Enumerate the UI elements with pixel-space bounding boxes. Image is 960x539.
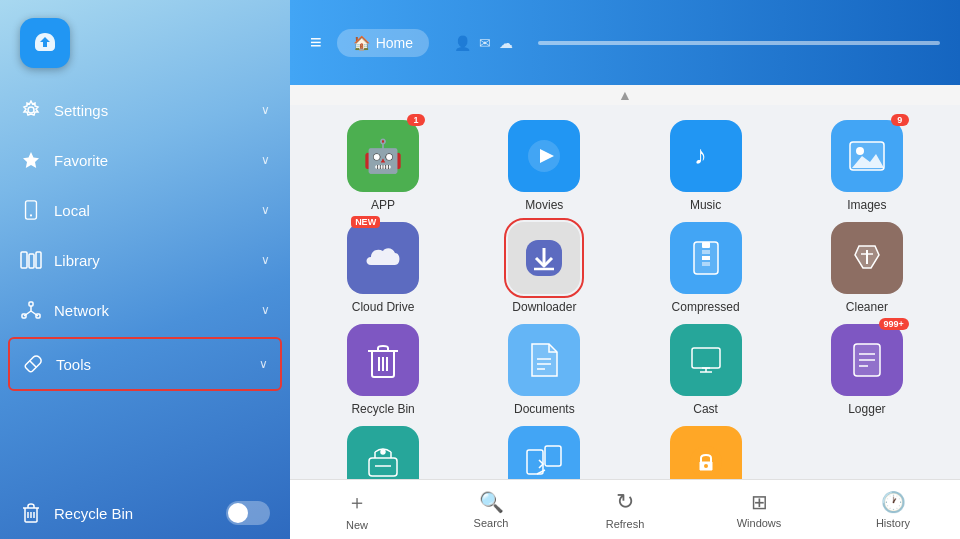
app-icon-documents	[508, 324, 580, 396]
svg-point-0	[28, 107, 34, 113]
sidebar-recycle-bin-label: Recycle Bin	[54, 505, 133, 522]
topbar-icons: 👤 ✉ ☁	[454, 35, 513, 51]
sidebar-item-library-label: Library	[54, 252, 100, 269]
topbar-cloud-icon: ☁	[499, 35, 513, 51]
home-button[interactable]: 🏠 Home	[337, 29, 429, 57]
sidebar-item-network[interactable]: Network ∨	[0, 285, 290, 335]
recycle-bin-icon	[20, 502, 42, 524]
network-icon	[20, 299, 42, 321]
app-icon-music: ♪	[670, 120, 742, 192]
svg-point-3	[30, 214, 32, 216]
tools-chevron: ∨	[259, 357, 268, 371]
app-item-cleaner[interactable]: Cleaner	[794, 222, 940, 314]
svg-rect-38	[692, 348, 720, 368]
app-icon-logger: 999+	[831, 324, 903, 396]
local-icon	[20, 199, 42, 221]
favorite-icon	[20, 149, 42, 171]
app-icon-network	[347, 426, 419, 479]
svg-rect-27	[702, 250, 710, 254]
bottom-btn-new[interactable]: ＋ New	[290, 489, 424, 531]
app-item-clouddrive[interactable]: NEW Cloud Drive	[310, 222, 456, 314]
app-label-app: APP	[371, 198, 395, 212]
app-label-documents: Documents	[514, 402, 575, 416]
app-item-encrypted[interactable]: Encrypted	[633, 426, 779, 479]
toggle-knob	[228, 503, 248, 523]
app-label-clouddrive: Cloud Drive	[352, 300, 415, 314]
sidebar-item-tools[interactable]: Tools ∨	[8, 337, 282, 391]
bottom-btn-refresh-label: Refresh	[606, 518, 645, 530]
app-item-app[interactable]: 🤖 1 APP	[310, 120, 456, 212]
recycle-bin-toggle[interactable]	[226, 501, 270, 525]
bottom-bar: ＋ New 🔍 Search ↻ Refresh ⊞ Windows 🕐 His…	[290, 479, 960, 539]
refresh-icon: ↻	[616, 489, 634, 515]
sidebar-nav: Settings ∨ Favorite ∨	[0, 85, 290, 487]
app-badge: 1	[407, 114, 425, 126]
app-label-music: Music	[690, 198, 721, 212]
app-icon-images: 9	[831, 120, 903, 192]
app-item-logger[interactable]: 999+ Logger	[794, 324, 940, 416]
bottom-btn-windows[interactable]: ⊞ Windows	[692, 490, 826, 529]
app-item-documents[interactable]: Documents	[471, 324, 617, 416]
app-item-network[interactable]: Network	[310, 426, 456, 479]
clouddrive-new-badge: NEW	[351, 216, 380, 228]
sidebar-item-favorite[interactable]: Favorite ∨	[0, 135, 290, 185]
app-item-music[interactable]: ♪ Music	[633, 120, 779, 212]
sidebar-item-settings[interactable]: Settings ∨	[0, 85, 290, 135]
settings-chevron: ∨	[261, 103, 270, 117]
svg-rect-28	[702, 256, 710, 260]
sidebar-item-tools-label: Tools	[56, 356, 91, 373]
scroll-up-indicator[interactable]: ▲	[290, 85, 960, 105]
topbar-user-icon: 👤	[454, 35, 471, 51]
app-icon-viewonpc	[508, 426, 580, 479]
images-badge: 9	[891, 114, 909, 126]
app-item-downloader[interactable]: Downloader	[471, 222, 617, 314]
sidebar-item-library[interactable]: Library ∨	[0, 235, 290, 285]
bottom-btn-search[interactable]: 🔍 Search	[424, 490, 558, 529]
svg-rect-5	[29, 254, 34, 268]
new-icon: ＋	[347, 489, 367, 516]
search-icon: 🔍	[479, 490, 504, 514]
sidebar-header	[0, 0, 290, 85]
app-label-compressed: Compressed	[672, 300, 740, 314]
app-icon-compressed	[670, 222, 742, 294]
history-icon: 🕐	[881, 490, 906, 514]
app-item-compressed[interactable]: Compressed	[633, 222, 779, 314]
menu-icon[interactable]: ≡	[310, 31, 322, 54]
svg-point-21	[856, 147, 864, 155]
sidebar-item-local[interactable]: Local ∨	[0, 185, 290, 235]
app-label-cleaner: Cleaner	[846, 300, 888, 314]
svg-line-13	[30, 361, 36, 367]
favorite-chevron: ∨	[261, 153, 270, 167]
logger-badge: 999+	[879, 318, 909, 330]
app-icon-encrypted	[670, 426, 742, 479]
sidebar-item-network-label: Network	[54, 302, 109, 319]
svg-rect-52	[545, 446, 561, 466]
app-label-recycle: Recycle Bin	[351, 402, 414, 416]
bottom-btn-search-label: Search	[474, 517, 509, 529]
svg-rect-29	[702, 262, 710, 266]
main-content: ≡ 🏠 Home 👤 ✉ ☁ ▲ 🤖 1 APP	[290, 0, 960, 539]
app-grid-area: 🤖 1 APP Movies ♪	[290, 105, 960, 479]
app-logo	[20, 18, 70, 68]
sidebar-recycle-bin[interactable]: Recycle Bin	[0, 487, 290, 539]
library-icon	[20, 249, 42, 271]
app-item-viewonpc[interactable]: View on PC	[471, 426, 617, 479]
home-icon: 🏠	[353, 35, 370, 51]
app-icon-clouddrive: NEW	[347, 222, 419, 294]
app-item-images[interactable]: 9 Images	[794, 120, 940, 212]
bottom-btn-history[interactable]: 🕐 History	[826, 490, 960, 529]
topbar-envelope-icon: ✉	[479, 35, 491, 51]
app-item-cast[interactable]: Cast	[633, 324, 779, 416]
app-item-movies[interactable]: Movies	[471, 120, 617, 212]
sidebar-item-favorite-label: Favorite	[54, 152, 108, 169]
svg-rect-26	[702, 242, 710, 248]
sidebar-item-settings-label: Settings	[54, 102, 108, 119]
app-icon-movies	[508, 120, 580, 192]
library-chevron: ∨	[261, 253, 270, 267]
app-item-recycle[interactable]: Recycle Bin	[310, 324, 456, 416]
windows-icon: ⊞	[751, 490, 768, 514]
bottom-btn-windows-label: Windows	[737, 517, 782, 529]
svg-rect-46	[369, 458, 397, 476]
svg-point-49	[381, 450, 385, 454]
bottom-btn-refresh[interactable]: ↻ Refresh	[558, 489, 692, 530]
